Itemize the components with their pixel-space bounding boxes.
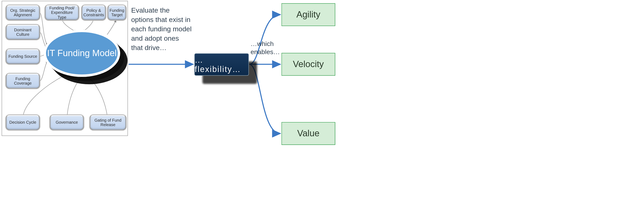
oval-label: IT Funding Model xyxy=(47,48,117,59)
chip-label: Gating of Fund Release xyxy=(92,118,124,127)
chip-policy-constraints: Policy & Constraints xyxy=(82,5,106,20)
enables-text: …which enables… xyxy=(250,40,281,56)
chip-label: Governance xyxy=(56,120,78,125)
chip-funding-pool: Funding Pool/ Expenditure Type xyxy=(45,5,78,20)
chip-funding-target: Funding Target xyxy=(108,5,126,20)
outcome-velocity: Velocity xyxy=(282,53,335,76)
diagram-stage: IT Funding Model Org. Strategic Alignmen… xyxy=(0,0,644,203)
outcome-label: Agility xyxy=(296,9,320,20)
chip-label: Org. Strategic Alignment xyxy=(8,8,38,17)
chip-governance: Governance xyxy=(50,115,84,130)
left-panel: IT Funding Model Org. Strategic Alignmen… xyxy=(2,1,128,136)
chip-label: Dominant Culture xyxy=(8,27,38,37)
flexibility-box: …flexibility… xyxy=(194,53,249,76)
outcome-label: Value xyxy=(297,128,320,139)
it-funding-model-oval: IT Funding Model xyxy=(44,30,120,77)
chip-label: Funding Source xyxy=(8,54,37,59)
outcome-agility: Agility xyxy=(282,3,335,26)
chip-label: Funding Pool/ Expenditure Type xyxy=(47,6,77,20)
outcome-value: Value xyxy=(282,122,335,145)
chip-label: Policy & Constraints xyxy=(84,8,104,17)
flexibility-label: …flexibility… xyxy=(195,55,248,74)
chip-decision-cycle: Decision Cycle xyxy=(6,115,40,130)
chip-label: Funding Coverage xyxy=(8,76,38,86)
outcome-label: Velocity xyxy=(293,59,324,70)
evaluate-text: Evaluate the options that exist in each … xyxy=(131,6,192,53)
chip-org-strategic-alignment: Org. Strategic Alignment xyxy=(6,5,40,20)
chip-label: Decision Cycle xyxy=(9,120,36,125)
chip-gating-fund-release: Gating of Fund Release xyxy=(90,115,126,130)
chip-funding-coverage: Funding Coverage xyxy=(6,74,40,88)
chip-funding-source: Funding Source xyxy=(6,49,40,64)
chip-label: Funding Target xyxy=(110,8,124,17)
chip-dominant-culture: Dominant Culture xyxy=(6,25,40,39)
